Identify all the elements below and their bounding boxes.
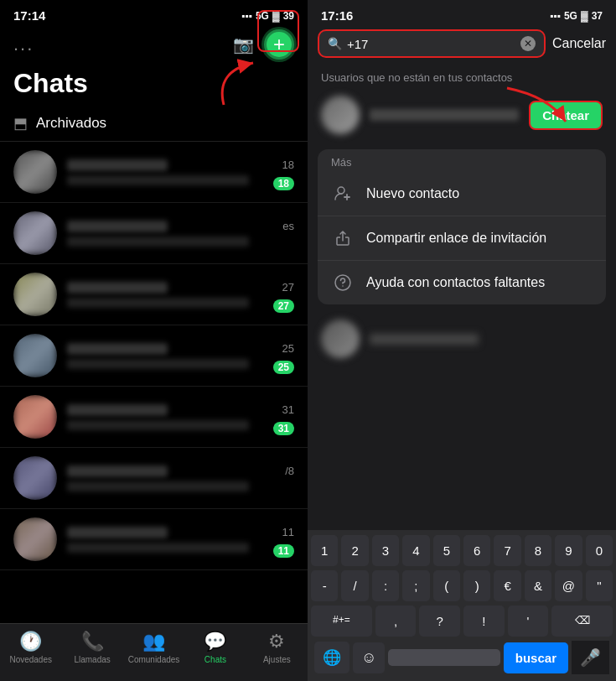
search-bar-row: 🔍 +17 ✕ Cancelar	[308, 26, 616, 65]
top-bar-left: ... 📷 +	[0, 26, 308, 66]
key-hashtag[interactable]: #+=	[311, 606, 372, 637]
key-quote[interactable]: "	[586, 570, 613, 601]
key-8[interactable]: 8	[525, 535, 551, 566]
nuevo-contacto-item[interactable]: Nuevo contacto	[318, 172, 606, 216]
status-icons-right: ▪▪▪ 5G ▓ 37	[550, 10, 603, 22]
avatar	[13, 456, 57, 500]
mic-key[interactable]: 🎤	[572, 641, 609, 674]
key-colon[interactable]: :	[372, 570, 399, 601]
time-left: 17:14	[13, 8, 45, 23]
globe-key[interactable]: 🌐	[314, 642, 349, 673]
unread-badge: 31	[273, 422, 294, 435]
search-input[interactable]: +17	[347, 37, 515, 51]
chats-label: Chats	[204, 655, 226, 664]
blurred-contact-avatar	[321, 320, 360, 358]
chat-content: 31	[67, 403, 294, 430]
key-slash[interactable]: /	[341, 570, 368, 601]
comunidades-icon: 👥	[142, 631, 165, 652]
key-4[interactable]: 4	[402, 535, 429, 566]
key-dash[interactable]: -	[311, 570, 338, 601]
nav-chats[interactable]: 💬 Chats	[184, 631, 246, 664]
ayuda-icon	[331, 271, 355, 294]
ayuda-item[interactable]: Ayuda con contactos faltantes	[318, 261, 606, 304]
key-6[interactable]: 6	[463, 535, 490, 566]
camera-icon[interactable]: 📷	[233, 34, 254, 55]
chat-item[interactable]: /8	[0, 448, 308, 509]
chat-item[interactable]: 18 18	[0, 142, 308, 203]
key-question[interactable]: ?	[419, 606, 460, 637]
ajustes-icon: ⚙	[268, 631, 285, 652]
top-right-icons: 📷 +	[233, 29, 294, 60]
archived-row[interactable]: ⬒ Archivados	[0, 106, 308, 142]
nav-ajustes[interactable]: ⚙ Ajustes	[246, 631, 308, 664]
chat-list: 18 18 es 27 27 25 25	[0, 142, 308, 623]
unread-badge: 18	[273, 177, 294, 190]
more-icon[interactable]: ...	[13, 34, 34, 55]
space-key[interactable]	[388, 649, 500, 666]
blurred-contact-name	[370, 334, 479, 345]
compartir-item[interactable]: Compartir enlace de invitación	[318, 216, 606, 261]
chat-content: 27	[67, 281, 294, 308]
chat-item[interactable]: 11 11	[0, 509, 308, 570]
contact-row[interactable]: Chatear	[308, 87, 616, 143]
svg-point-0	[338, 187, 344, 194]
search-input-container[interactable]: 🔍 +17 ✕	[318, 29, 546, 58]
comunidades-label: Comunidades	[128, 655, 180, 664]
key-apos[interactable]: '	[508, 606, 549, 637]
avatar	[13, 150, 57, 194]
key-euro[interactable]: €	[494, 570, 520, 601]
key-1[interactable]: 1	[311, 535, 338, 566]
key-open-paren[interactable]: (	[433, 570, 460, 601]
search-icon: 🔍	[328, 37, 342, 50]
key-9[interactable]: 9	[555, 535, 582, 566]
nuevo-contacto-icon	[331, 182, 355, 205]
novedades-icon: 🕐	[19, 631, 42, 652]
unread-badge: 25	[273, 361, 294, 374]
nav-comunidades[interactable]: 👥 Comunidades	[123, 631, 184, 664]
contact-avatar	[321, 96, 360, 134]
ayuda-label: Ayuda con contactos faltantes	[366, 275, 545, 290]
chat-item[interactable]: 31 31	[0, 387, 308, 448]
chat-content: /8	[67, 465, 294, 491]
avatar	[13, 334, 57, 377]
chat-item[interactable]: 27 27	[0, 264, 308, 325]
key-semicolon[interactable]: ;	[402, 570, 429, 601]
key-3[interactable]: 3	[372, 535, 399, 566]
battery-left: ▓	[272, 10, 280, 22]
keyboard: 1 2 3 4 5 6 7 8 9 0 - / : ; ( ) € & @ " …	[308, 530, 616, 681]
key-5[interactable]: 5	[433, 535, 460, 566]
cancel-button[interactable]: Cancelar	[552, 36, 606, 51]
nav-novedades[interactable]: 🕐 Novedades	[0, 631, 61, 664]
chat-item[interactable]: 25 25	[0, 325, 308, 387]
page-title: Chats	[0, 66, 308, 106]
network-type-right: 5G	[564, 10, 577, 22]
key-close-paren[interactable]: )	[463, 570, 490, 601]
nav-llamadas[interactable]: 📞 Llamadas	[61, 631, 122, 664]
chat-item[interactable]: es	[0, 203, 308, 264]
avatar	[13, 273, 57, 316]
llamadas-icon: 📞	[81, 631, 104, 652]
left-panel: 17:14 ▪▪▪ 5G ▓ 39 ... 📷 + Chats ⬒ Archiv…	[0, 0, 308, 681]
search-clear-button[interactable]: ✕	[520, 36, 536, 51]
key-7[interactable]: 7	[494, 535, 520, 566]
key-2[interactable]: 2	[341, 535, 368, 566]
signal-bars-right: ▪▪▪	[550, 10, 561, 22]
chatear-button[interactable]: Chatear	[529, 101, 603, 130]
backspace-key[interactable]: ⌫	[551, 606, 613, 637]
search-key[interactable]: buscar	[504, 642, 568, 673]
archive-icon: ⬒	[13, 114, 28, 133]
key-0[interactable]: 0	[586, 535, 613, 566]
nuevo-contacto-label: Nuevo contacto	[366, 186, 459, 201]
key-exclaim[interactable]: !	[463, 606, 505, 637]
battery-right: ▓	[581, 10, 588, 22]
archived-label: Archivados	[36, 115, 106, 132]
new-chat-button[interactable]: +	[264, 29, 294, 60]
emoji-key[interactable]: ☺	[353, 642, 385, 673]
bottom-nav: 🕐 Novedades 📞 Llamadas 👥 Comunidades 💬 C…	[0, 623, 308, 681]
key-comma[interactable]: ,	[375, 606, 417, 637]
key-at[interactable]: @	[555, 570, 582, 601]
chats-icon: 💬	[204, 631, 226, 652]
blurred-contact-row[interactable]	[308, 311, 616, 366]
status-icons-left: ▪▪▪ 5G ▓ 39	[241, 10, 294, 22]
key-amp[interactable]: &	[525, 570, 551, 601]
